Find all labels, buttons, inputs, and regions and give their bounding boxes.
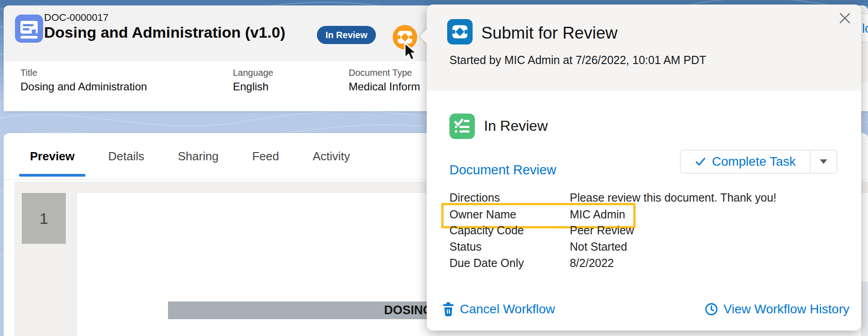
cancel-workflow-link[interactable]: Cancel Workflow [442,302,555,316]
detail-row-due-date: Due Date Only 8/2/2022 [449,257,614,270]
close-icon[interactable] [837,10,853,26]
detail-value: Peer Review [570,224,634,237]
detail-label: Capacity Code [449,224,567,237]
clock-icon [705,302,718,316]
submit-for-review-popover: Submit for Review Started by MIC Admin a… [427,5,861,331]
detail-row-directions: Directions Please review this document. … [449,191,776,205]
tab-preview[interactable]: Preview [19,133,85,179]
detail-label: Owner Name [449,208,567,221]
check-icon [695,156,706,168]
tab-feed[interactable]: Feed [241,133,290,179]
tab-sharing[interactable]: Sharing [167,133,230,179]
detail-label: Directions [449,191,567,204]
clipped-action-button[interactable]: lo [861,14,868,42]
detail-label: Status [449,240,567,253]
tab-activity[interactable]: Activity [302,133,361,179]
status-badge: In Review [317,26,376,44]
detail-value: MIC Admin [570,208,625,221]
workflow-stage-name: In Review [484,118,548,134]
field-label: Title [20,68,37,78]
detail-row-capacity-code: Capacity Code Peer Review [449,224,634,237]
checklist-icon [449,114,475,139]
chevron-down-icon [819,159,828,164]
tab-details[interactable]: Details [97,133,155,179]
field-value: English [233,80,269,93]
document-review-link[interactable]: Document Review [449,163,556,178]
clipped-panel-edge [861,42,868,82]
popover-header: Submit for Review Started by MIC Admin a… [427,5,861,91]
field-value: Medical Inform [349,80,420,93]
record-number: DOC-0000017 [44,12,108,24]
trash-icon [442,302,454,316]
approval-icon [447,19,473,44]
popover-body: In Review Document Review Complete Task … [427,91,861,331]
document-entity-icon [15,15,43,43]
field-label: Language [233,68,273,78]
complete-task-button[interactable]: Complete Task [681,150,810,173]
approval-workflow-icon[interactable] [393,25,417,49]
complete-task-label: Complete Task [712,154,796,169]
record-title: Dosing and Administration (v1.0) [44,24,285,41]
popover-title: Submit for Review [481,24,617,43]
clipped-action-label: lo [862,22,868,36]
workflow-started-line: Started by MIC Admin at 7/26/2022, 10:01… [449,54,706,67]
clipped-content-edge [861,282,868,336]
cancel-workflow-label: Cancel Workflow [460,302,555,316]
detail-row-status: Status Not Started [449,240,627,254]
detail-row-owner-name: Owner Name MIC Admin [449,208,625,222]
detail-label: Due Date Only [449,257,567,270]
view-workflow-history-link[interactable]: View Workflow History [705,302,849,316]
complete-task-dropdown[interactable] [810,150,837,173]
complete-task-button-group: Complete Task [680,150,837,173]
field-label: Document Type [349,68,412,78]
app-window: DOC-0000017 Dosing and Administration (v… [0,0,868,336]
field-value: Dosing and Administration [20,80,147,93]
view-workflow-history-label: View Workflow History [724,302,849,316]
detail-value: Please review this document. Thank you! [570,191,776,204]
detail-value: 8/2/2022 [570,257,614,269]
detail-value: Not Started [570,240,627,253]
page-thumbnail[interactable]: 1 [22,193,66,244]
